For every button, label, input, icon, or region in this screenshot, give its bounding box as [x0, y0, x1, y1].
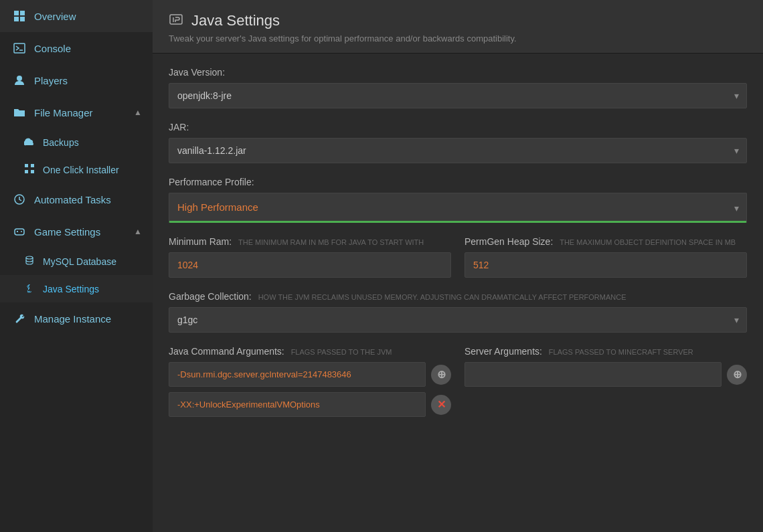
sidebar-item-file-manager[interactable]: File Manager ▲: [0, 96, 153, 128]
terminal-icon: [13, 41, 26, 55]
java-cmd-arg1-row: ⊕: [169, 362, 451, 387]
minimum-ram-col: Minimum Ram: THE MINIMUM RAM IN MB FOR J…: [169, 236, 451, 278]
garbage-collection-select[interactable]: g1gc: [169, 307, 747, 333]
performance-profile-label: Performance Profile:: [169, 177, 747, 187]
garbage-collection-sublabel: HOW THE JVM RECLAIMS UNUSED MEMORY. ADJU…: [258, 293, 626, 301]
permgen-input[interactable]: [464, 252, 747, 278]
svg-rect-1: [20, 11, 25, 15]
minimum-ram-sublabel: THE MINIMUM RAM IN MB FOR JAVA TO START …: [238, 238, 424, 246]
performance-profile-select[interactable]: High Performance: [169, 193, 747, 223]
content-area: Java Version: openjdk:8-jre ▾ JAR: vanil…: [153, 54, 763, 449]
chevron-up-icon: ▲: [134, 108, 142, 117]
java-cmd-arg2-remove-button[interactable]: ✕: [431, 395, 451, 415]
sidebar-item-mysql-database[interactable]: MySQL Database: [0, 248, 153, 275]
chevron-up-icon2: ▲: [134, 227, 142, 236]
server-arg1-input[interactable]: [464, 362, 722, 387]
java-cmd-args-sublabel: FLAGS PASSED TO THE JVM: [291, 348, 392, 356]
sidebar-label-mysql-database: MySQL Database: [43, 256, 116, 267]
server-arg1-add-button[interactable]: ⊕: [727, 365, 747, 385]
java-version-section: Java Version: openjdk:8-jre ▾: [169, 67, 747, 108]
jar-label: JAR:: [169, 122, 747, 132]
svg-rect-17: [170, 15, 182, 24]
garbage-collection-section: Garbage Collection: HOW THE JVM RECLAIMS…: [169, 291, 747, 333]
java-cmd-arg2-input[interactable]: [169, 392, 426, 417]
java-cmd-arg1-add-button[interactable]: ⊕: [431, 365, 451, 385]
server-args-col: Server Arguments: FLAGS PASSED TO MINECR…: [464, 346, 747, 422]
page-subtitle: Tweak your server's Java settings for op…: [169, 33, 747, 43]
svg-rect-10: [31, 170, 34, 173]
permgen-sublabel: THE MAXIMUM OBJECT DEFINITION SPACE IN M…: [560, 238, 736, 246]
server-args-sublabel: FLAGS PASSED TO MINECRAFT SERVER: [549, 348, 693, 356]
server-args-label: Server Arguments: FLAGS PASSED TO MINECR…: [464, 346, 747, 357]
sidebar-item-players[interactable]: Players: [0, 64, 153, 96]
jar-select[interactable]: vanilla-1.12.2.jar: [169, 138, 747, 163]
svg-rect-3: [20, 17, 25, 21]
sidebar-item-automated-tasks[interactable]: Automated Tasks: [0, 183, 153, 215]
main-content: Java Settings Tweak your server's Java s…: [153, 0, 763, 532]
page-header: Java Settings Tweak your server's Java s…: [153, 0, 763, 54]
sidebar-item-game-settings[interactable]: Game Settings ▲: [0, 215, 153, 248]
jar-section: JAR: vanilla-1.12.2.jar ▾: [169, 122, 747, 163]
plus-icon2: ⊕: [733, 368, 742, 381]
sidebar-label-file-manager: File Manager: [34, 107, 93, 118]
svg-rect-8: [31, 164, 34, 167]
sidebar-item-overview[interactable]: Overview: [0, 0, 153, 32]
grid-icon: [13, 9, 26, 23]
jar-select-wrapper: vanilla-1.12.2.jar ▾: [169, 138, 747, 163]
permgen-label: PermGen Heap Size: THE MAXIMUM OBJECT DE…: [464, 236, 747, 247]
java-version-label: Java Version:: [169, 67, 747, 78]
performance-select-wrapper: High Performance ▾: [169, 193, 747, 223]
database-icon: [24, 255, 35, 268]
minimum-ram-input[interactable]: [169, 252, 451, 278]
sidebar-label-players: Players: [34, 75, 68, 86]
java-cmd-args-col: Java Command Arguments: FLAGS PASSED TO …: [169, 346, 451, 422]
svg-rect-7: [25, 164, 28, 167]
clock-icon: [13, 193, 26, 206]
cloud-icon: [24, 136, 35, 149]
args-row: Java Command Arguments: FLAGS PASSED TO …: [169, 346, 747, 422]
plus-icon: ⊕: [437, 368, 446, 381]
ram-permgen-row: Minimum Ram: THE MINIMUM RAM IN MB FOR J…: [169, 236, 747, 278]
java-cmd-arg1-input[interactable]: [169, 362, 426, 387]
svg-point-16: [26, 256, 33, 259]
java-icon: [24, 282, 35, 295]
sidebar-item-manage-instance[interactable]: Manage Instance: [0, 302, 153, 335]
sidebar-label-automated-tasks: Automated Tasks: [34, 194, 111, 205]
apps-icon: [24, 163, 35, 176]
page-title: Java Settings: [191, 12, 280, 29]
garbage-collection-label: Garbage Collection: HOW THE JVM RECLAIMS…: [169, 291, 747, 302]
svg-rect-2: [14, 17, 19, 21]
person-icon: [13, 74, 26, 87]
java-version-select-wrapper: openjdk:8-jre ▾: [169, 83, 747, 108]
sidebar-label-console: Console: [34, 43, 71, 54]
performance-profile-section: Performance Profile: High Performance ▾: [169, 177, 747, 223]
svg-point-6: [17, 76, 22, 81]
close-icon: ✕: [437, 398, 446, 411]
sidebar-label-one-click-installer: One Click Installer: [43, 165, 119, 175]
sidebar-label-manage-instance: Manage Instance: [34, 313, 111, 325]
folder-icon: [13, 106, 26, 119]
sidebar-item-console[interactable]: Console: [0, 32, 153, 64]
wrench-icon: [13, 312, 26, 325]
sidebar-item-one-click-installer[interactable]: One Click Installer: [0, 156, 153, 183]
sidebar-label-backups: Backups: [43, 137, 79, 148]
sidebar: Overview Console Players File Manager ▲ …: [0, 0, 153, 532]
java-cmd-args-label: Java Command Arguments: FLAGS PASSED TO …: [169, 346, 451, 357]
sidebar-label-java-settings: Java Settings: [43, 284, 99, 294]
sidebar-label-overview: Overview: [34, 11, 76, 22]
permgen-col: PermGen Heap Size: THE MAXIMUM OBJECT DE…: [464, 236, 747, 278]
svg-point-15: [21, 231, 22, 232]
sidebar-item-java-settings[interactable]: Java Settings: [0, 275, 153, 302]
svg-rect-9: [25, 170, 28, 173]
svg-rect-12: [15, 229, 24, 235]
server-arg1-row: ⊕: [464, 362, 747, 387]
svg-rect-0: [14, 11, 19, 15]
gamepad-icon: [13, 225, 26, 238]
java-cmd-arg2-row: ✕: [169, 392, 451, 417]
sidebar-label-game-settings: Game Settings: [34, 226, 100, 238]
minimum-ram-label: Minimum Ram: THE MINIMUM RAM IN MB FOR J…: [169, 236, 451, 247]
java-version-select[interactable]: openjdk:8-jre: [169, 83, 747, 108]
garbage-collection-select-wrapper: g1gc ▾: [169, 307, 747, 333]
sidebar-item-backups[interactable]: Backups: [0, 128, 153, 156]
java-settings-header-icon: [169, 12, 183, 29]
